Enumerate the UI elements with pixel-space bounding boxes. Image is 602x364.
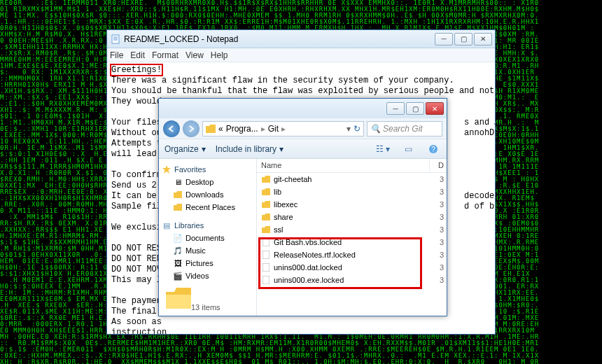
file-icon — [261, 237, 271, 247]
column-header-date[interactable]: D — [430, 159, 447, 172]
notepad-title: README_LOCKED - Notepad — [124, 34, 435, 44]
minimize-button[interactable]: ─ — [435, 33, 453, 46]
file-date: 3 — [430, 200, 447, 209]
close-button[interactable]: ✕ — [426, 102, 444, 115]
organize-menu[interactable]: Organize ▾ — [164, 144, 206, 154]
file-name: share — [274, 213, 293, 221]
notepad-app-icon — [111, 34, 121, 44]
folder-icon — [261, 187, 271, 197]
folder-row[interactable]: lib3 — [257, 186, 447, 198]
folder-row[interactable]: ssl3 — [257, 223, 447, 236]
nav-section-favorites[interactable]: Favorites — [162, 163, 253, 176]
folder-row[interactable]: libexec3 — [257, 198, 447, 211]
file-row[interactable]: unins000.exe.locked3 — [257, 274, 447, 286]
minimize-button[interactable]: ─ — [386, 102, 405, 115]
file-date: 3 — [430, 213, 447, 221]
nav-item-music[interactable]: 🎵 Music — [162, 244, 253, 257]
file-date: 3 — [430, 225, 447, 234]
chevron-down-icon: ▾ — [279, 144, 284, 154]
explorer-titlebar[interactable]: ─ ▢ ✕ — [159, 99, 447, 118]
menu-view[interactable]: View — [186, 50, 204, 60]
explorer-toolbar: Organize ▾ Include in library ▾ ☷ ▾ ▭ ? — [159, 139, 447, 159]
chevron-right-icon: ▸ — [261, 124, 265, 134]
documents-icon: 📄 — [173, 233, 183, 243]
svg-rect-8 — [262, 263, 270, 272]
folder-icon — [173, 190, 183, 200]
notepad-titlebar[interactable]: README_LOCKED - Notepad ─ ▢ ✕ — [107, 30, 495, 48]
pictures-icon: 🖼 — [173, 258, 183, 268]
refresh-icon[interactable]: ↻ — [354, 124, 360, 134]
folder-icon — [206, 124, 216, 134]
music-icon: 🎵 — [173, 246, 183, 255]
folder-icon — [173, 202, 183, 212]
folder-row[interactable]: share3 — [257, 211, 447, 223]
status-item-count: 13 items — [191, 303, 220, 312]
nav-item-documents[interactable]: 📄 Documents — [162, 232, 253, 244]
folder-row[interactable]: git-cheetah3 — [257, 173, 447, 186]
file-date: 3 — [430, 188, 447, 196]
column-header-name[interactable]: Name — [257, 159, 430, 172]
search-icon: 🔍 — [370, 124, 381, 134]
nav-item-desktop[interactable]: 🖥 Desktop — [162, 176, 253, 188]
svg-rect-9 — [262, 276, 270, 284]
chevron-right-icon: ▸ — [281, 124, 286, 134]
view-options-button[interactable]: ☷ ▾ — [375, 143, 391, 155]
preview-pane-button[interactable]: ▭ — [400, 143, 416, 155]
videos-icon: 🎬 — [173, 271, 183, 281]
file-icon — [261, 250, 271, 260]
dropdown-icon[interactable]: ▾ — [346, 124, 351, 134]
file-date: 3 — [430, 276, 447, 284]
nav-back-button[interactable] — [163, 120, 180, 137]
greeting-highlight: Greetings! — [111, 65, 162, 75]
file-name: unins000.exe.locked — [274, 276, 344, 284]
file-date: 3 — [430, 175, 447, 183]
svg-text:?: ? — [431, 146, 435, 153]
maximize-button[interactable]: ▢ — [406, 102, 424, 115]
menu-format[interactable]: Format — [152, 50, 178, 60]
file-name: ReleaseNotes.rtf.locked — [274, 251, 356, 259]
breadcrumb-segment[interactable]: Progra... — [226, 124, 258, 134]
nav-forward-button[interactable] — [183, 120, 200, 137]
file-icon — [261, 262, 271, 272]
nav-section-libraries[interactable]: ▤ Libraries — [162, 219, 253, 232]
folder-icon — [261, 212, 271, 222]
folder-icon — [261, 174, 271, 184]
menu-file[interactable]: File — [110, 50, 123, 60]
search-placeholder: Search Git — [383, 124, 423, 134]
file-name: Git Bash.vbs.locked — [274, 238, 342, 246]
nav-item-downloads[interactable]: Downloads — [162, 188, 253, 201]
nav-item-pictures[interactable]: 🖼 Pictures — [162, 257, 253, 270]
file-date: 3 — [430, 238, 447, 246]
svg-rect-7 — [262, 251, 270, 259]
address-field[interactable]: « Progra... ▸ Git ▸ ▾ ↻ — [202, 121, 364, 136]
include-in-library-menu[interactable]: Include in library ▾ — [216, 144, 284, 154]
explorer-window: ─ ▢ ✕ « Progra... ▸ Git ▸ ▾ ↻ 🔍 Search G… — [158, 98, 447, 316]
menu-edit[interactable]: Edit — [130, 50, 145, 60]
folder-icon — [261, 225, 271, 234]
nav-item-recent-places[interactable]: Recent Places — [162, 201, 253, 214]
file-name: libexec — [274, 200, 298, 209]
file-row[interactable]: Git Bash.vbs.locked3 — [257, 236, 447, 248]
breadcrumb-segment[interactable]: Git — [268, 124, 279, 134]
chevron-down-icon: ▾ — [202, 144, 206, 154]
notepad-menubar: File Edit Format View Help — [107, 48, 495, 62]
star-icon — [162, 164, 172, 174]
folder-icon-large — [166, 288, 191, 309]
file-date: 3 — [430, 251, 447, 259]
file-name: git-cheetah — [274, 175, 312, 183]
file-icon — [261, 275, 271, 285]
file-row[interactable]: ReleaseNotes.rtf.locked3 — [257, 248, 447, 261]
nav-item-videos[interactable]: 🎬 Videos — [162, 270, 253, 282]
maximize-button[interactable]: ▢ — [454, 33, 472, 46]
close-button[interactable]: ✕ — [474, 33, 492, 46]
libraries-icon: ▤ — [162, 220, 172, 230]
search-input[interactable]: 🔍 Search Git — [367, 121, 442, 136]
menu-help[interactable]: Help — [211, 50, 228, 60]
help-button[interactable]: ? — [426, 143, 441, 155]
file-name: ssl — [274, 225, 283, 234]
desktop-icon: 🖥 — [173, 177, 183, 187]
file-row[interactable]: unins000.dat.locked3 — [257, 261, 447, 274]
breadcrumb-prefix: « — [218, 124, 223, 134]
file-name: unins000.dat.locked — [274, 263, 342, 272]
folder-icon — [261, 200, 271, 209]
